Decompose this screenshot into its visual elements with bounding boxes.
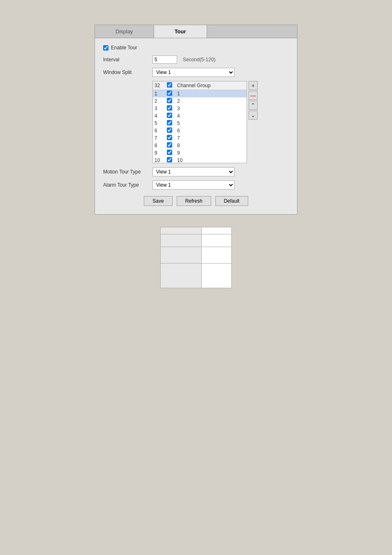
row-checkbox[interactable] (167, 142, 172, 148)
row-checkbox-cell (165, 157, 175, 163)
alarm-tour-label: Alarm Tour Type (103, 182, 152, 188)
row-number: 6 (153, 127, 165, 134)
interval-hint: Second(5-120) (183, 57, 215, 62)
row-checkbox[interactable] (167, 105, 172, 111)
row-label: 1 (175, 90, 247, 98)
row-checkbox-cell (165, 134, 175, 142)
row-number: 9 (153, 149, 165, 157)
row-label: 6 (175, 127, 247, 134)
alarm-tour-type-row: Alarm Tour Type View 1 View 4 View 8 (103, 180, 289, 190)
channel-table-container: 32 Channel Group 1 1 2 2 3 3 (152, 81, 289, 163)
row-label: 7 (175, 134, 247, 142)
row-number: 1 (153, 90, 165, 98)
enable-tour-row: Enable Tour (103, 45, 289, 51)
row-checkbox-cell (165, 127, 175, 134)
row-checkbox-cell (165, 105, 175, 112)
interval-label: Interval (103, 57, 152, 62)
row-label: 9 (175, 149, 247, 157)
row-checkbox-cell (165, 120, 175, 127)
tab-display[interactable]: Display (95, 25, 154, 38)
table-row: 3 3 (153, 105, 247, 112)
channel-table: 32 Channel Group 1 1 2 2 3 3 (152, 81, 247, 163)
interval-row: Interval Second(5-120) (103, 56, 289, 64)
move-down-button[interactable]: ⌄ (249, 111, 258, 120)
row-checkbox-cell (165, 112, 175, 120)
col-check-header (165, 81, 175, 90)
table-cell-value (202, 264, 232, 288)
col-number-header: 32 (153, 81, 165, 90)
info-table (160, 227, 232, 288)
info-table-container (160, 227, 232, 288)
add-channel-button[interactable]: + (249, 81, 258, 90)
row-number: 10 (153, 157, 165, 163)
row-checkbox[interactable] (167, 150, 172, 155)
row-checkbox-cell (165, 149, 175, 157)
table-row: 4 4 (153, 112, 247, 120)
window-split-select[interactable]: View 1 View 4 View 8 View 16 (152, 68, 235, 77)
row-label: 2 (175, 97, 247, 105)
motion-tour-type-row: Motion Tour Type View 1 View 4 View 8 (103, 167, 289, 176)
refresh-button[interactable]: Refresh (177, 196, 211, 206)
row-number: 8 (153, 142, 165, 149)
row-checkbox[interactable] (167, 135, 172, 140)
window-split-label: Window Split (103, 69, 152, 75)
row-number: 2 (153, 97, 165, 105)
row-label: 5 (175, 120, 247, 127)
panel-body: Enable Tour Interval Second(5-120) Windo… (95, 38, 297, 214)
table-cell-key (161, 264, 202, 288)
move-up-button[interactable]: ⌃ (249, 101, 258, 110)
row-checkbox[interactable] (167, 157, 172, 162)
tour-panel: Display Tour Enable Tour Interval Second… (95, 25, 297, 215)
table-row: 7 7 (153, 134, 247, 142)
table-cell-key (161, 227, 202, 234)
row-number: 5 (153, 120, 165, 127)
row-label: 3 (175, 105, 247, 112)
table-row: 1 1 (153, 90, 247, 98)
table-cell-value (202, 247, 232, 264)
enable-tour-checkbox[interactable] (103, 45, 108, 51)
table-row (161, 247, 232, 264)
interval-input[interactable] (152, 56, 177, 64)
col-group-header: Channel Group (175, 81, 247, 90)
bottom-buttons: Save Refresh Default (103, 196, 289, 206)
row-checkbox-cell (165, 90, 175, 98)
table-cell-key (161, 247, 202, 264)
table-row (161, 227, 232, 234)
row-label: 8 (175, 142, 247, 149)
table-row: 8 8 (153, 142, 247, 149)
tab-tour[interactable]: Tour (154, 25, 207, 38)
table-row: 6 6 (153, 127, 247, 134)
row-checkbox[interactable] (167, 113, 172, 118)
table-row: 9 9 (153, 149, 247, 157)
row-checkbox[interactable] (167, 127, 172, 133)
table-row: 2 2 (153, 97, 247, 105)
row-checkbox-cell (165, 97, 175, 105)
tab-bar: Display Tour (95, 25, 297, 38)
table-row: 5 5 (153, 120, 247, 127)
table-row (161, 264, 232, 288)
motion-tour-label: Motion Tour Type (103, 169, 152, 175)
row-checkbox-cell (165, 142, 175, 149)
table-row: 10 10 (153, 157, 247, 163)
row-number: 7 (153, 134, 165, 142)
row-label: 4 (175, 112, 247, 120)
table-cell-value (202, 227, 232, 234)
table-cell-value (202, 234, 232, 247)
save-button[interactable]: Save (144, 196, 172, 206)
row-checkbox[interactable] (167, 98, 172, 103)
row-label: 10 (175, 157, 247, 163)
row-number: 3 (153, 105, 165, 112)
default-button[interactable]: Default (215, 196, 248, 206)
window-split-row: Window Split View 1 View 4 View 8 View 1… (103, 68, 289, 77)
table-cell-key (161, 234, 202, 247)
enable-tour-label: Enable Tour (111, 45, 137, 51)
alarm-tour-select[interactable]: View 1 View 4 View 8 (152, 180, 235, 190)
table-row (161, 234, 232, 247)
row-checkbox[interactable] (167, 90, 172, 96)
row-number: 4 (153, 112, 165, 120)
row-checkbox[interactable] (167, 120, 172, 125)
header-checkbox[interactable] (167, 82, 172, 88)
table-buttons: + — ⌃ ⌄ (249, 81, 258, 163)
motion-tour-select[interactable]: View 1 View 4 View 8 (152, 167, 235, 176)
remove-channel-button[interactable]: — (249, 91, 258, 100)
